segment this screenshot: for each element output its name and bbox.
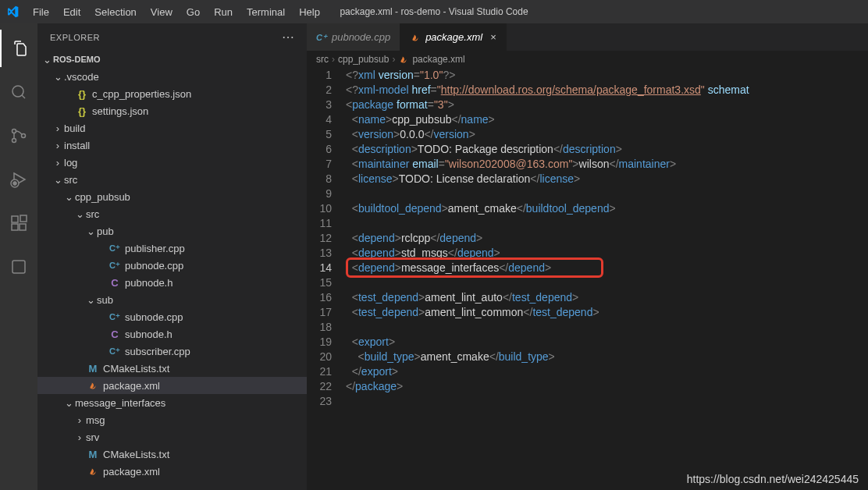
tree-folder[interactable]: ›srv xyxy=(37,428,307,446)
menu-file[interactable]: File xyxy=(27,3,55,21)
breadcrumb-item[interactable]: package.xml xyxy=(412,54,464,65)
spacer-icon xyxy=(95,277,108,289)
xml-file-icon xyxy=(398,54,409,65)
explorer-more-icon[interactable]: ⋯ xyxy=(282,30,295,44)
activity-search-icon[interactable] xyxy=(0,73,37,111)
tree-item-label: src xyxy=(64,174,77,186)
editor-tabs: C⁺pubnode.cpppackage.xml× xyxy=(307,23,868,51)
tree-item-label: package.xml xyxy=(103,466,160,478)
menu-run[interactable]: Run xyxy=(208,3,239,21)
tree-item-label: sub xyxy=(97,294,113,306)
tree-folder[interactable]: ›install xyxy=(37,137,307,154)
spacer-icon xyxy=(73,363,86,375)
json-file-icon: {} xyxy=(75,105,89,117)
spacer-icon xyxy=(62,88,75,100)
tree-folder[interactable]: ›build xyxy=(37,119,307,137)
chevron-right-icon: › xyxy=(52,140,64,151)
chevron-down-icon: ⌄ xyxy=(73,208,86,220)
breadcrumb-item[interactable]: cpp_pubsub xyxy=(338,54,389,65)
tree-root[interactable]: ⌄ ROS-DEMO xyxy=(37,51,307,68)
tree-item-label: cpp_pubsub xyxy=(75,191,130,203)
tree-item-label: pub xyxy=(97,225,114,237)
tree-item-label: pubnode.cpp xyxy=(125,260,183,272)
window-title: package.xml - ros-demo - Visual Studio C… xyxy=(340,6,528,17)
tree-item-label: srv xyxy=(86,431,99,443)
tree-file[interactable]: C⁺publisher.cpp xyxy=(37,240,307,257)
tree-file[interactable]: MCMakeLists.txt xyxy=(37,446,307,463)
activity-scm-icon[interactable] xyxy=(0,117,37,154)
editor-tab[interactable]: package.xml× xyxy=(400,23,507,51)
chevron-right-icon: › xyxy=(73,414,86,426)
svg-point-0 xyxy=(12,86,23,97)
activity-explorer-icon[interactable] xyxy=(0,30,37,67)
spacer-icon xyxy=(95,243,108,254)
chevron-down-icon: ⌄ xyxy=(62,397,75,409)
spacer-icon xyxy=(95,311,108,323)
breadcrumbs[interactable]: src › cpp_pubsub › package.xml xyxy=(307,51,868,68)
tree-folder[interactable]: ›msg xyxy=(37,411,307,428)
tree-file[interactable]: C⁺pubnode.cpp xyxy=(37,257,307,274)
tree-item-label: CMakeLists.txt xyxy=(103,449,169,460)
tree-file[interactable]: package.xml xyxy=(37,377,307,394)
tree-item-label: CMakeLists.txt xyxy=(103,363,169,375)
tree-file[interactable]: Csubnode.h xyxy=(37,325,307,343)
file-tree: ⌄ ROS-DEMO ⌄.vscode {}c_cpp_properties.j… xyxy=(37,51,307,490)
vscode-logo-icon xyxy=(6,5,19,18)
tree-item-label: src xyxy=(86,208,99,220)
cmake-file-icon: M xyxy=(86,449,100,460)
menu-go[interactable]: Go xyxy=(180,3,206,21)
spacer-icon xyxy=(62,105,75,117)
tree-file[interactable]: {}c_cpp_properties.json xyxy=(37,85,307,102)
chevron-down-icon: ⌄ xyxy=(62,191,75,203)
menu-terminal[interactable]: Terminal xyxy=(240,3,291,21)
xml-file-icon xyxy=(86,380,100,391)
activity-bar xyxy=(0,23,37,490)
chevron-right-icon: › xyxy=(73,431,86,443)
tree-folder[interactable]: ⌄sub xyxy=(37,291,307,308)
tree-folder[interactable]: ⌄src xyxy=(37,205,307,222)
spacer-icon xyxy=(95,346,108,357)
tree-folder[interactable]: ⌄pub xyxy=(37,222,307,240)
xml-file-icon xyxy=(410,32,421,43)
chevron-right-icon: › xyxy=(332,54,335,65)
svg-point-2 xyxy=(12,139,16,143)
chevron-down-icon: ⌄ xyxy=(84,294,97,306)
tree-item-label: settings.json xyxy=(92,105,148,117)
breadcrumb-item[interactable]: src xyxy=(316,54,329,65)
menu-edit[interactable]: Edit xyxy=(57,3,87,21)
menu-help[interactable]: Help xyxy=(293,3,326,21)
code-content[interactable]: <?xml version="1.0"?><?xml-model href="h… xyxy=(346,68,868,490)
tab-label: pubnode.cpp xyxy=(332,31,390,43)
tree-item-label: msg xyxy=(86,414,105,426)
cpp-file-icon: C⁺ xyxy=(108,312,122,322)
tree-folder[interactable]: ⌄message_interfaces xyxy=(37,394,307,411)
tree-file[interactable]: C⁺subnode.cpp xyxy=(37,308,307,325)
tree-file[interactable]: Cpubnode.h xyxy=(37,274,307,291)
tree-folder[interactable]: ›log xyxy=(37,154,307,171)
code-area[interactable]: 1234567891011121314151617181920212223 <?… xyxy=(307,68,868,490)
chevron-down-icon: ⌄ xyxy=(41,54,53,66)
activity-run-debug-icon[interactable] xyxy=(0,161,37,198)
tree-file[interactable]: C⁺subscriber.cpp xyxy=(37,343,307,360)
close-icon[interactable]: × xyxy=(490,31,496,43)
menu-view[interactable]: View xyxy=(144,3,179,21)
editor-tab[interactable]: C⁺pubnode.cpp xyxy=(307,23,400,51)
tree-file[interactable]: MCMakeLists.txt xyxy=(37,360,307,377)
explorer-title: EXPLORER xyxy=(50,33,100,42)
tree-item-label: c_cpp_properties.json xyxy=(92,88,191,100)
json-file-icon: {} xyxy=(75,88,89,100)
tree-file[interactable]: package.xml xyxy=(37,463,307,480)
cpp-file-icon: C⁺ xyxy=(108,243,122,254)
activity-extensions-icon[interactable] xyxy=(0,204,37,242)
chevron-right-icon: › xyxy=(52,123,64,134)
tree-folder[interactable]: ⌄.vscode xyxy=(37,68,307,85)
tree-item-label: log xyxy=(64,157,77,169)
tree-file[interactable]: {}settings.json xyxy=(37,102,307,119)
tree-folder[interactable]: ⌄src xyxy=(37,171,307,188)
tree-folder[interactable]: ⌄cpp_pubsub xyxy=(37,188,307,205)
menu-selection[interactable]: Selection xyxy=(88,3,142,21)
editor-area: C⁺pubnode.cpppackage.xml× src › cpp_pubs… xyxy=(307,23,868,490)
tab-label: package.xml xyxy=(425,31,482,43)
tree-item-label: subnode.cpp xyxy=(125,311,183,323)
activity-more-icon[interactable] xyxy=(0,248,37,286)
